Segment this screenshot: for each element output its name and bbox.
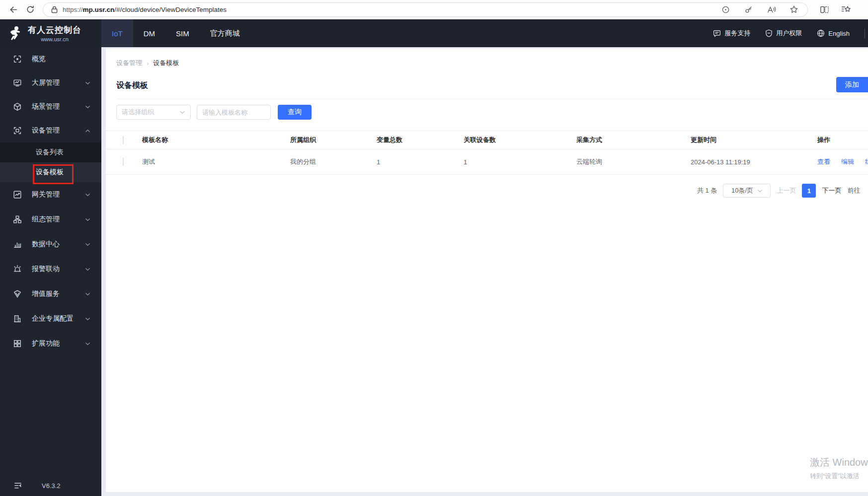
row-checkbox[interactable] (123, 158, 124, 166)
tracking-prevention-icon[interactable] (720, 2, 731, 17)
title-divider (116, 99, 868, 99)
badge-icon (13, 289, 22, 298)
building-icon (13, 314, 22, 323)
password-key-icon[interactable] (743, 2, 754, 17)
select-all-checkbox[interactable] (123, 136, 124, 144)
config-link[interactable]: 组态 (865, 157, 868, 166)
tab-iot[interactable]: IoT (101, 19, 133, 47)
row-template-name: 测试 (142, 157, 155, 166)
chevron-down-icon (85, 341, 90, 347)
permission-link[interactable]: 用户权限 (765, 29, 802, 38)
table-header: 模板名称 所属组织 变量总数 关联设备数 采集方式 更新时间 操作 (106, 131, 868, 149)
chevron-down-icon (85, 267, 90, 272)
chevron-down-icon (85, 80, 90, 86)
globe-icon (817, 29, 825, 37)
page-title: 设备模板 (116, 80, 148, 91)
device-mgmt-submenu: 设备列表 设备模板 (0, 142, 101, 182)
back-icon[interactable] (5, 2, 22, 17)
col-linked-devices: 关联设备数 (464, 136, 496, 144)
row-linked-devices-link[interactable]: 1 (464, 158, 467, 166)
language-switch[interactable]: English (817, 29, 850, 37)
tab-mall[interactable]: 官方商城 (200, 19, 250, 47)
view-link[interactable]: 查看 (817, 157, 830, 166)
col-update-time: 更新时间 (691, 136, 716, 144)
refresh-icon[interactable] (22, 2, 39, 17)
url-text: https://mp.usr.cn/#/cloud/device/ViewDev… (63, 6, 227, 13)
sidebar-item-data-center[interactable]: 数据中心 (0, 232, 101, 257)
logo-subtitle: www.usr.cn (41, 36, 69, 42)
app-header: 有人云控制台 www.usr.cn IoT DM SIM 官方商城 服务支持 用… (0, 19, 868, 47)
chevron-down-icon (85, 291, 90, 297)
search-button[interactable]: 查询 (278, 105, 312, 120)
address-bar[interactable]: https://mp.usr.cn/#/cloud/device/ViewDev… (43, 2, 808, 17)
header-separator (865, 28, 865, 38)
tab-dm[interactable]: DM (133, 19, 165, 47)
sidebar-item-screen-mgmt[interactable]: 大屏管理 (0, 71, 101, 95)
table-row: 测试 我的分组 1 1 云端轮询 2024-06-13 11:19:19 查看 … (106, 149, 868, 175)
row-variable-total: 1 (377, 158, 380, 166)
sidebar-item-value-added[interactable]: 增值服务 (0, 282, 101, 306)
sidebar-item-scada-mgmt[interactable]: 组态管理 (0, 207, 101, 232)
chevron-down-icon (85, 104, 90, 110)
goto-page-label: 前往 (847, 186, 860, 195)
shield-icon (765, 29, 773, 37)
sidebar-item-gateway-mgmt[interactable]: 网关管理 (0, 182, 101, 207)
browser-toolbar: https://mp.usr.cn/#/cloud/device/ViewDev… (0, 0, 868, 19)
chevron-down-icon (757, 188, 763, 194)
filter-bar: 请选择组织 查询 (116, 105, 312, 120)
sidebar: 概览 大屏管理 场景管理 设备管理 设备列表 设备模板 网关管理 组态管理 数据… (0, 47, 101, 496)
sidebar-item-overview[interactable]: 概览 (0, 47, 101, 71)
total-count-label: 共 1 条 (697, 186, 717, 195)
sidebar-item-scene-mgmt[interactable]: 场景管理 (0, 95, 101, 119)
sidebar-item-enterprise-config[interactable]: 企业专属配置 (0, 306, 101, 331)
header-right: 服务支持 用户权限 English (713, 19, 868, 47)
split-screen-icon[interactable] (816, 2, 833, 17)
sidebar-footer: V6.3.2 (0, 477, 101, 494)
flow-nodes-icon (13, 215, 22, 224)
col-variable-total: 变量总数 (377, 136, 402, 144)
overview-icon (13, 55, 22, 64)
col-template-name: 模板名称 (142, 136, 168, 144)
sidebar-item-alarm-linkage[interactable]: 报警联动 (0, 257, 101, 282)
logo[interactable]: 有人云控制台 www.usr.cn (0, 19, 101, 47)
device-grid-icon (13, 126, 22, 135)
chat-bubble-icon (713, 30, 721, 37)
version-label: V6.3.2 (42, 482, 61, 490)
breadcrumb-device-mgmt[interactable]: 设备管理 (116, 59, 142, 68)
lock-icon[interactable] (51, 6, 58, 13)
row-update-time: 2024-06-13 11:19:19 (691, 158, 750, 166)
chevron-down-icon (85, 242, 90, 247)
breadcrumb-separator: › (147, 60, 149, 67)
prev-page-button[interactable]: 上一页 (777, 186, 796, 195)
edit-link[interactable]: 编辑 (841, 157, 854, 166)
row-collect-method: 云端轮询 (576, 157, 602, 166)
current-page-button[interactable]: 1 (802, 184, 816, 198)
sidebar-item-device-templates[interactable]: 设备模板 (0, 162, 101, 182)
sidebar-item-device-list[interactable]: 设备列表 (0, 142, 101, 162)
page-size-select[interactable]: 10条/页 (723, 184, 771, 198)
template-name-input[interactable] (197, 105, 271, 120)
main-content: 设备管理 › 设备模板 设备模板 添加 请选择组织 查询 模板名称 所属组织 变… (101, 47, 868, 496)
sidebar-item-device-mgmt[interactable]: 设备管理 (0, 119, 101, 142)
tab-sim[interactable]: SIM (165, 19, 200, 47)
read-aloud-icon[interactable] (766, 2, 777, 17)
big-screen-icon (13, 78, 22, 87)
sidebar-item-extensions[interactable]: 扩展功能 (0, 331, 101, 356)
support-link[interactable]: 服务支持 (713, 29, 750, 38)
alarm-siren-icon (13, 265, 22, 274)
add-button[interactable]: 添加 (836, 77, 868, 92)
col-organization: 所属组织 (290, 136, 316, 144)
next-page-button[interactable]: 下一页 (822, 186, 841, 195)
gateway-chart-icon (13, 190, 22, 199)
chevron-down-icon (85, 217, 90, 222)
chevron-down-icon (85, 316, 90, 322)
collections-icon[interactable] (838, 2, 855, 17)
org-select[interactable]: 请选择组织 (116, 105, 191, 120)
chevron-up-icon (85, 128, 90, 134)
collapse-menu-icon[interactable] (14, 482, 22, 489)
bar-chart-icon (13, 240, 22, 249)
grid-squares-icon (13, 339, 22, 348)
breadcrumb-device-templates: 设备模板 (153, 59, 179, 68)
windows-activation-watermark: 激活 Windows 转到“设置”以激活 (810, 456, 868, 481)
favorite-star-icon[interactable] (789, 2, 799, 17)
